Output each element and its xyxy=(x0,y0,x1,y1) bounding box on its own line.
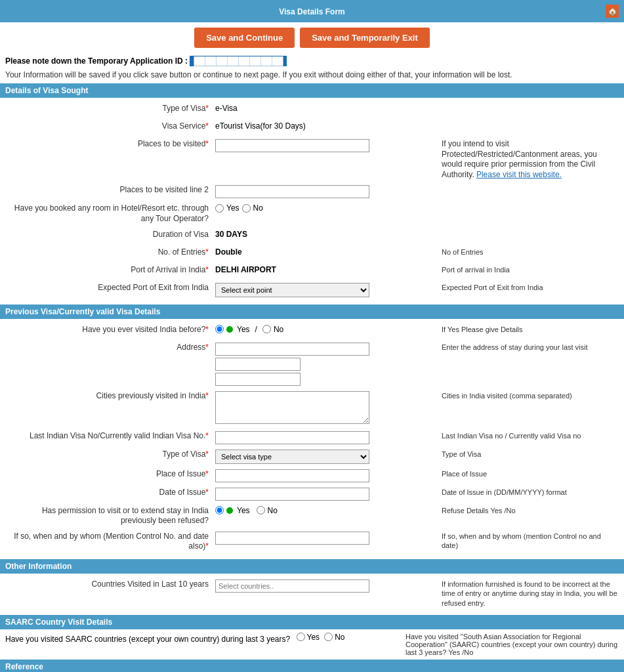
visited-no-radio[interactable] xyxy=(262,325,271,333)
visa-no-input[interactable] xyxy=(215,431,369,444)
info-row: Your Information will be saved if you cl… xyxy=(0,69,624,83)
prev-visa-type-help: Type of Visa xyxy=(435,448,619,459)
places-visited-line2-input[interactable] xyxy=(215,185,369,198)
places-visited-help: If you intend to visit Protected/Restric… xyxy=(435,137,619,180)
prev-visa-type-label: Type of Visa* xyxy=(5,448,215,460)
date-issue-input[interactable] xyxy=(215,488,369,501)
refused-yes-radio[interactable] xyxy=(215,506,224,514)
save-continue-button-top[interactable]: Save and Continue xyxy=(194,28,295,48)
visa-no-help: Last Indian Visa no / Currently valid Vi… xyxy=(435,429,619,440)
place-issue-row: Place of Issue* Place of Issue xyxy=(5,467,619,482)
duration-value: 30 DAYS xyxy=(215,228,435,239)
hotel-no-radio[interactable] xyxy=(242,204,251,213)
entries-label: No. of Entries* xyxy=(5,245,215,258)
refused-details-input[interactable] xyxy=(215,532,369,545)
visa-details-body: Type of Visa* e-Visa Visa Service* eTour… xyxy=(0,98,624,304)
cities-label: Cities previously visited in India* xyxy=(5,389,215,402)
save-exit-button-top[interactable]: Save and Temporarily Exit xyxy=(300,28,430,48)
prev-visa-type-row: Type of Visa* Select visa type Type of V… xyxy=(5,448,619,464)
date-issue-help: Date of Issue in (DD/MM/YYYY) format xyxy=(435,486,619,497)
hotel-no-label: No xyxy=(253,203,263,213)
port-arrival-help: Port of arrival in India xyxy=(435,263,619,274)
reference-header: Reference xyxy=(0,660,624,672)
entries-row: No. of Entries* Double No of Entries xyxy=(5,245,619,260)
places-visited-input-wrapper xyxy=(215,137,435,152)
saarc-yes-label: Yes xyxy=(307,633,320,642)
countries-label: Countries Visited in Last 10 years xyxy=(5,578,215,590)
refused-no-radio[interactable] xyxy=(257,506,265,514)
title-bar: Visa Details Form 🏠 xyxy=(0,0,624,22)
visited-no-label: No xyxy=(274,325,283,334)
port-exit-label: Expected Port of Exit from India xyxy=(5,281,215,293)
prev-visa-type-select[interactable]: Select visa type xyxy=(215,450,369,464)
visited-yes-label: Yes xyxy=(237,325,250,334)
refused-radio-group: Yes No xyxy=(215,506,278,515)
previous-address-help: Enter the address of stay during your la… xyxy=(435,341,619,352)
previous-visa-header: Previous Visa/Currently valid Visa Detai… xyxy=(0,304,624,319)
saarc-help: Have you visited "South Asian Associatio… xyxy=(406,633,619,656)
saarc-no-radio[interactable] xyxy=(324,633,333,641)
port-arrival-row: Port of Arrival in India* DELHI AIRPORT … xyxy=(5,263,619,278)
duration-label: Duration of Visa xyxy=(5,228,215,240)
refused-details-label: If so, when and by whom (Mention Control… xyxy=(5,530,215,552)
entries-value: Double xyxy=(215,245,435,257)
previous-visa-body: Have you ever visited India before?* Yes… xyxy=(0,319,624,559)
saarc-body: Have you visited SAARC countries (except… xyxy=(0,629,624,660)
hotel-radio-group: Yes No xyxy=(215,203,263,213)
visited-before-label: Have you ever visited India before?* xyxy=(5,323,215,335)
refused-details-help: If so, when and by whom (mention Control… xyxy=(435,530,619,551)
home-icon[interactable]: 🏠 xyxy=(606,5,619,18)
other-info-body: Countries Visited in Last 10 years If in… xyxy=(0,574,624,615)
visited-help: If Yes Please give Details xyxy=(435,323,619,334)
visa-service-row: Visa Service* eTourist Visa(for 30 Days) xyxy=(5,119,619,134)
visa-details-header: Details of Visa Sought xyxy=(0,83,624,98)
previous-address-line3[interactable] xyxy=(215,373,301,386)
cities-textarea[interactable] xyxy=(215,391,369,424)
countries-input[interactable] xyxy=(215,579,369,593)
places-visited-line2-row: Places to be visited line 2 xyxy=(5,183,619,198)
duration-row: Duration of Visa 30 DAYS xyxy=(5,228,619,242)
temp-id-value: ████████████████ xyxy=(190,56,287,66)
visited-radio-group: Yes / No xyxy=(215,325,283,334)
refused-no-label: No xyxy=(268,506,278,515)
previous-address-line1[interactable] xyxy=(215,343,369,356)
visa-service-help xyxy=(435,119,619,121)
cities-help: Cities in India visited (comma separated… xyxy=(435,389,619,400)
page-wrapper: Visa Details Form 🏠 Save and Continue Sa… xyxy=(0,0,624,672)
countries-row: Countries Visited in Last 10 years If in… xyxy=(5,578,619,608)
visa-no-label: Last Indian Visa No/Currently valid Indi… xyxy=(5,429,215,442)
saarc-question: Have you visited SAARC countries (except… xyxy=(5,633,399,644)
green-dot xyxy=(226,326,233,333)
port-arrival-label: Port of Arrival in India* xyxy=(5,263,215,276)
visa-service-value: eTourist Visa(for 30 Days) xyxy=(215,119,435,131)
entries-help: No of Entries xyxy=(435,245,619,257)
type-of-visa-value: e-Visa xyxy=(215,102,435,113)
refused-yes-label: Yes xyxy=(237,506,250,515)
date-issue-label: Date of Issue* xyxy=(5,486,215,498)
refused-details-row: If so, when and by whom (Mention Control… xyxy=(5,530,619,552)
saarc-header: SAARC Country Visit Details xyxy=(0,615,624,629)
saarc-radio-group: Yes No xyxy=(297,633,345,642)
places-visited-input[interactable] xyxy=(215,139,369,152)
places-visited-label: Places to be visited* xyxy=(5,137,215,150)
hotel-row: Have you booked any room in Hotel/Resort… xyxy=(5,201,619,224)
info-text: Your Information will be saved if you cl… xyxy=(5,70,512,79)
port-arrival-value: DELHI AIRPORT xyxy=(215,263,435,274)
page-title: Visa Details Form xyxy=(279,7,345,16)
place-issue-label: Place of Issue* xyxy=(5,467,215,480)
hotel-yes-radio[interactable] xyxy=(215,204,224,213)
place-issue-input[interactable] xyxy=(215,469,369,482)
date-issue-row: Date of Issue* Date of Issue in (DD/MM/Y… xyxy=(5,486,619,501)
other-info-header: Other Information xyxy=(0,559,624,574)
places-visited-row: Places to be visited* If you intend to v… xyxy=(5,137,619,180)
previous-address-row: Address* Enter the address of stay durin… xyxy=(5,341,619,386)
type-of-visa-help xyxy=(435,102,619,104)
refused-label: Has permission to visit or to extend sta… xyxy=(5,504,215,526)
previous-address-line2[interactable] xyxy=(215,358,301,371)
port-exit-select[interactable]: Select exit point xyxy=(215,283,369,297)
saarc-yes-radio[interactable] xyxy=(297,633,305,641)
temp-id-row: Please note down the Temporary Applicati… xyxy=(0,53,624,69)
places-visited-link[interactable]: Please visit this website. xyxy=(476,170,562,179)
type-of-visa-row: Type of Visa* e-Visa xyxy=(5,102,619,116)
visited-yes-radio[interactable] xyxy=(215,325,224,333)
